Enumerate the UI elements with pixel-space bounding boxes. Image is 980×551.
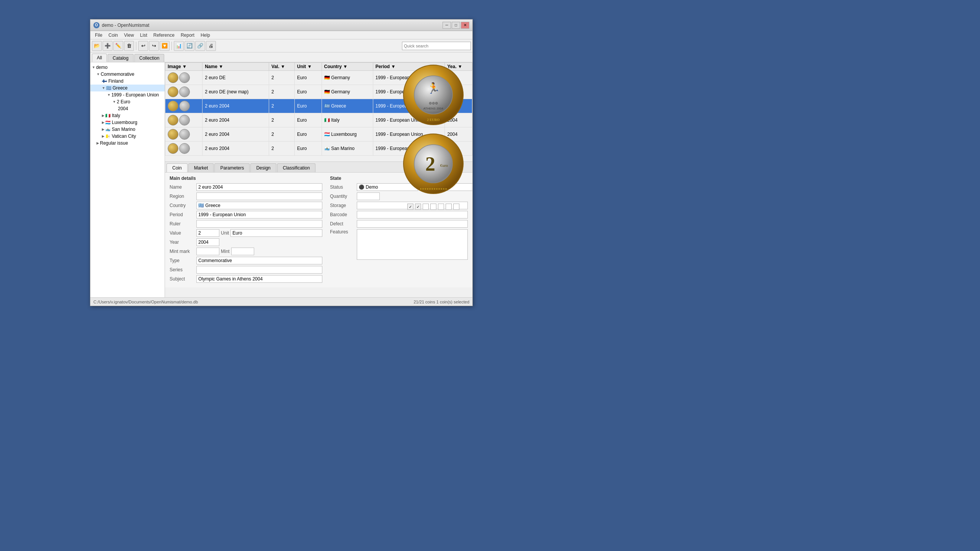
sidebar-item-vaticancity[interactable]: ▶ 🇻🇦 Vatican City — [90, 133, 165, 140]
maximize-button[interactable]: □ — [452, 22, 460, 29]
sidebar-regularissue-label: Regular issue — [100, 140, 128, 146]
cell-name: 2 euro 2004 — [203, 142, 269, 156]
cell-country: 🇮🇹 Italy — [322, 113, 373, 127]
mintmark-label: Mint mark — [170, 249, 196, 254]
sidebar-item-greece[interactable]: ▼ 🇬🇷 Greece — [90, 85, 165, 91]
year-input[interactable] — [196, 238, 219, 246]
col-unit[interactable]: Unit ▼ — [295, 63, 322, 71]
quantity-input[interactable] — [357, 192, 380, 200]
tab-catalog[interactable]: Catalog — [108, 54, 133, 62]
close-button[interactable]: ✕ — [461, 22, 469, 29]
detail-tab-classification[interactable]: Classification — [277, 163, 316, 172]
statusbar-count: 21/21 coins 1 coin(s) selected — [413, 300, 469, 304]
checkbox-3[interactable] — [423, 204, 429, 210]
period-input[interactable] — [196, 211, 322, 218]
link-button[interactable]: 🔗 — [195, 41, 205, 51]
checkbox-6[interactable] — [446, 204, 452, 210]
checkbox-5[interactable] — [438, 204, 444, 210]
checkbox-4[interactable] — [430, 204, 436, 210]
svg-text:ATHENS 2004: ATHENS 2004 — [423, 107, 443, 110]
type-input[interactable] — [196, 257, 322, 264]
features-textarea[interactable] — [357, 229, 468, 260]
redo-button[interactable]: ↪ — [149, 41, 159, 51]
sidebar-sanmarino-label: San Marino — [112, 127, 135, 132]
menu-view[interactable]: View — [121, 32, 137, 39]
checkbox-7[interactable] — [453, 204, 459, 210]
checkbox-1[interactable]: ✓ — [407, 204, 413, 210]
menu-reference[interactable]: Reference — [150, 32, 178, 39]
detail-tab-design[interactable]: Design — [250, 163, 276, 172]
barcode-input[interactable] — [357, 211, 468, 218]
mint-input[interactable] — [231, 248, 254, 255]
defect-label: Defect — [330, 221, 357, 227]
series-label: Series — [170, 267, 196, 272]
statusbar: C:/Users/v.ignatov/Documents/OpenNumisma… — [90, 297, 472, 306]
sidebar-item-demo[interactable]: ▼ demo — [90, 64, 165, 71]
open-button[interactable]: 📂 — [92, 41, 102, 51]
delete-button[interactable]: 🗑 — [124, 41, 134, 51]
search-input[interactable] — [402, 42, 471, 50]
cell-unit: Euro — [295, 127, 322, 142]
tab-all[interactable]: All — [92, 54, 107, 62]
country-input[interactable] — [196, 202, 322, 209]
sidebar-item-eu1999[interactable]: ▼ 1999 - European Union — [90, 91, 165, 98]
print-button[interactable]: 🖨 — [206, 41, 216, 51]
sidebar-2004-label: 2004 — [118, 106, 128, 111]
col-name[interactable]: Name ▼ — [203, 63, 269, 71]
cell-country: 🇱🇺 Luxembourg — [322, 127, 373, 142]
value-input[interactable] — [196, 229, 219, 237]
ruler-input[interactable] — [196, 220, 322, 228]
svg-text:2 EURO: 2 EURO — [427, 118, 439, 122]
col-country[interactable]: Country ▼ — [322, 63, 373, 71]
minimize-button[interactable]: ─ — [443, 22, 451, 29]
checkbox-2[interactable]: ✓ — [415, 204, 421, 210]
sidebar-item-regularissue[interactable]: ▶ Regular issue — [90, 140, 165, 147]
sidebar-item-sanmarino[interactable]: ▶ 🇸🇲 San Marino — [90, 126, 165, 133]
menu-help[interactable]: Help — [198, 32, 213, 39]
sep1 — [136, 42, 136, 50]
name-label: Name — [170, 184, 196, 190]
sidebar-item-commemorative[interactable]: ▼ Commemorative — [90, 71, 165, 78]
unit-input[interactable] — [230, 229, 322, 237]
menu-coin[interactable]: Coin — [105, 32, 121, 39]
add-button[interactable]: ➕ — [103, 41, 113, 51]
cell-unit: Euro — [295, 71, 322, 85]
region-input[interactable] — [196, 192, 322, 200]
menu-report[interactable]: Report — [178, 32, 198, 39]
svg-text:€uro: €uro — [440, 163, 448, 168]
undo-button[interactable]: ↩ — [138, 41, 148, 51]
col-value[interactable]: Val. ▼ — [269, 63, 295, 71]
tab-collection[interactable]: Collection — [134, 54, 165, 62]
cell-value: 2 — [269, 99, 295, 113]
sidebar-item-luxembourg[interactable]: ▶ 🇱🇺 Luxembourg — [90, 119, 165, 126]
mintmark-input[interactable] — [196, 248, 219, 255]
subject-input[interactable] — [196, 275, 322, 283]
cell-country: 🇸🇲 San Marino — [322, 142, 373, 156]
ruler-label: Ruler — [170, 221, 196, 227]
sidebar-item-2euro[interactable]: ▼ 2 Euro — [90, 98, 165, 105]
detail-tab-market[interactable]: Market — [188, 163, 214, 172]
main-window: O demo - OpenNumismat ─ □ ✕ File Coin Vi… — [90, 19, 473, 306]
col-image[interactable]: Image ▼ — [165, 63, 203, 71]
refresh-button[interactable]: 🔄 — [185, 41, 194, 51]
edit-button[interactable]: ✏️ — [113, 41, 123, 51]
detail-tab-coin[interactable]: Coin — [167, 163, 188, 172]
series-input[interactable] — [196, 266, 322, 274]
toolbar: 📂 ➕ ✏️ 🗑 ↩ ↪ 🔽 📊 🔄 🔗 🖨 — [90, 39, 472, 52]
name-input[interactable] — [196, 183, 322, 191]
detail-tab-parameters[interactable]: Parameters — [214, 163, 250, 172]
sidebar-2euro-label: 2 Euro — [117, 99, 130, 104]
titlebar-buttons: ─ □ ✕ — [443, 22, 469, 29]
region-label: Region — [170, 194, 196, 199]
statusbar-path: C:/Users/v.ignatov/Documents/OpenNumisma… — [93, 300, 198, 304]
sidebar-item-italy[interactable]: ▶ 🇮🇹 Italy — [90, 112, 165, 119]
sidebar-item-2004[interactable]: 2004 — [90, 105, 165, 112]
cell-name: 2 euro 2004 — [203, 127, 269, 142]
menu-file[interactable]: File — [92, 32, 105, 39]
sidebar-item-finland[interactable]: 🇫🇮 Finland — [90, 78, 165, 85]
menu-list[interactable]: List — [137, 32, 150, 39]
filter-button[interactable]: 🔽 — [160, 41, 170, 51]
svg-text:2: 2 — [425, 153, 435, 175]
defect-input[interactable] — [357, 220, 468, 228]
chart-button[interactable]: 📊 — [174, 41, 184, 51]
